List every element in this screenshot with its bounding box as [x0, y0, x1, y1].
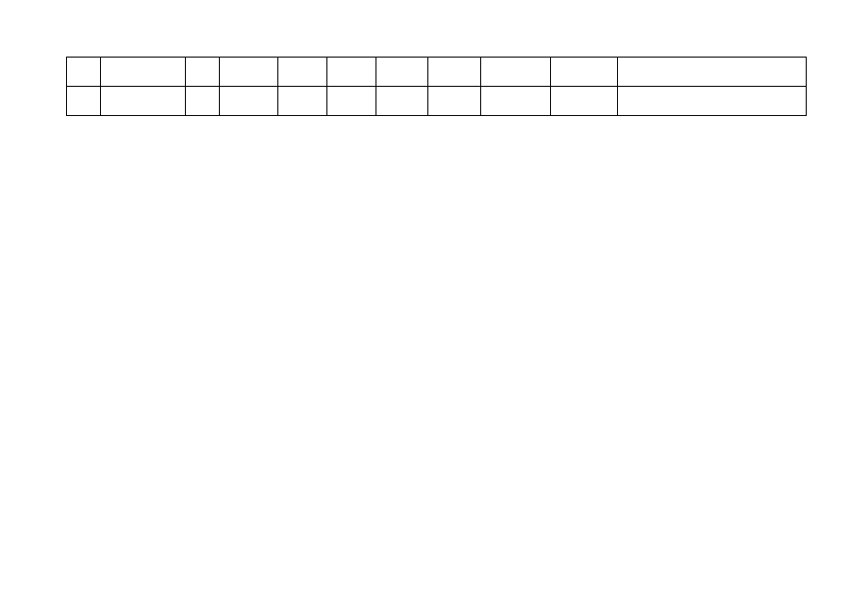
table-cell	[481, 87, 551, 116]
table-cell	[67, 87, 101, 116]
table-cell	[67, 58, 101, 87]
table-cell	[481, 58, 551, 87]
table-cell	[219, 58, 277, 87]
table-cell	[551, 87, 618, 116]
table-cell	[428, 58, 481, 87]
table-cell	[100, 87, 185, 116]
table-cell	[185, 87, 219, 116]
table-cell	[376, 58, 428, 87]
table-cell	[618, 58, 807, 87]
table-cell	[618, 87, 807, 116]
table-cell	[376, 87, 428, 116]
table-cell	[185, 58, 219, 87]
table-cell	[219, 87, 277, 116]
table-cell	[100, 58, 185, 87]
table-cell	[277, 58, 326, 87]
data-table	[66, 57, 807, 116]
table-row	[67, 58, 807, 87]
table-cell	[326, 58, 376, 87]
table-cell	[277, 87, 326, 116]
table-container	[66, 57, 807, 116]
table-cell	[551, 58, 618, 87]
table-cell	[428, 87, 481, 116]
table-row	[67, 87, 807, 116]
table-cell	[326, 87, 376, 116]
